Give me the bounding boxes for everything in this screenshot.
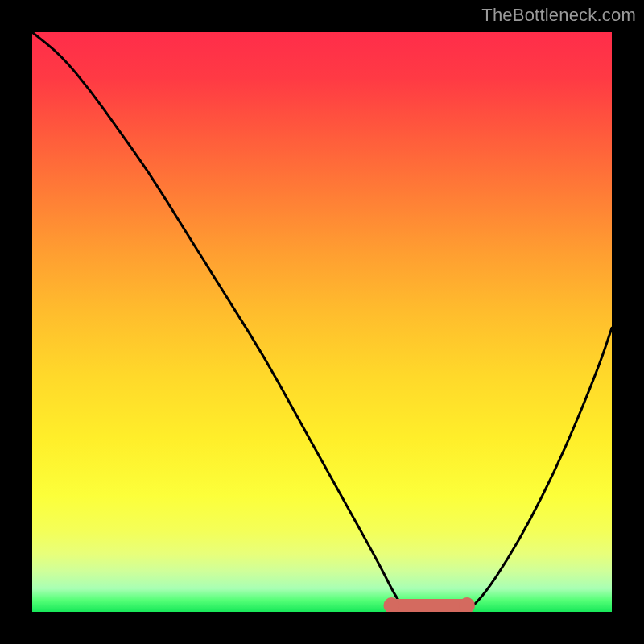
chart-frame: TheBottleneck.com	[0, 0, 644, 644]
curve-layer	[32, 32, 612, 612]
bottleneck-curve	[32, 32, 612, 612]
plot-area	[32, 32, 612, 612]
watermark: TheBottleneck.com	[481, 5, 636, 26]
